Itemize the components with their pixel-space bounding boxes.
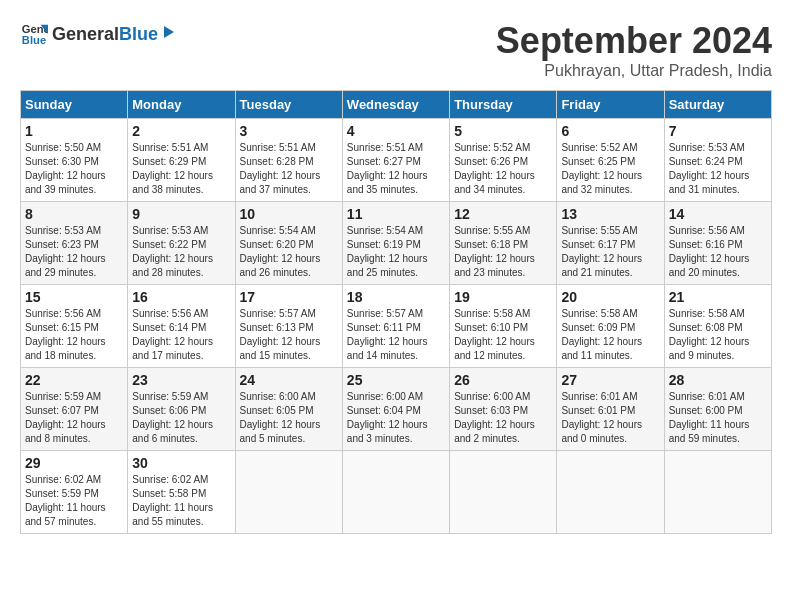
day-number: 27 — [561, 372, 659, 388]
weekday-header-tuesday: Tuesday — [235, 91, 342, 119]
weekday-header-friday: Friday — [557, 91, 664, 119]
calendar-cell: 10 Sunrise: 5:54 AM Sunset: 6:20 PM Dayl… — [235, 202, 342, 285]
day-number: 24 — [240, 372, 338, 388]
weekday-header-sunday: Sunday — [21, 91, 128, 119]
day-number: 14 — [669, 206, 767, 222]
day-number: 9 — [132, 206, 230, 222]
day-number: 22 — [25, 372, 123, 388]
calendar-cell: 27 Sunrise: 6:01 AM Sunset: 6:01 PM Dayl… — [557, 368, 664, 451]
calendar-table: SundayMondayTuesdayWednesdayThursdayFrid… — [20, 90, 772, 534]
calendar-cell: 4 Sunrise: 5:51 AM Sunset: 6:27 PM Dayli… — [342, 119, 449, 202]
day-info: Sunrise: 5:53 AM Sunset: 6:24 PM Dayligh… — [669, 141, 767, 197]
calendar-cell — [664, 451, 771, 534]
svg-marker-3 — [164, 26, 174, 38]
day-number: 17 — [240, 289, 338, 305]
day-number: 23 — [132, 372, 230, 388]
location-subtitle: Pukhrayan, Uttar Pradesh, India — [496, 62, 772, 80]
day-number: 15 — [25, 289, 123, 305]
calendar-cell: 20 Sunrise: 5:58 AM Sunset: 6:09 PM Dayl… — [557, 285, 664, 368]
calendar-cell: 6 Sunrise: 5:52 AM Sunset: 6:25 PM Dayli… — [557, 119, 664, 202]
day-info: Sunrise: 5:57 AM Sunset: 6:13 PM Dayligh… — [240, 307, 338, 363]
logo-icon: General Blue — [20, 20, 48, 48]
day-number: 8 — [25, 206, 123, 222]
day-number: 25 — [347, 372, 445, 388]
day-number: 21 — [669, 289, 767, 305]
calendar-cell: 7 Sunrise: 5:53 AM Sunset: 6:24 PM Dayli… — [664, 119, 771, 202]
calendar-cell — [450, 451, 557, 534]
day-number: 12 — [454, 206, 552, 222]
weekday-header-thursday: Thursday — [450, 91, 557, 119]
calendar-cell: 29 Sunrise: 6:02 AM Sunset: 5:59 PM Dayl… — [21, 451, 128, 534]
day-number: 11 — [347, 206, 445, 222]
day-info: Sunrise: 5:55 AM Sunset: 6:18 PM Dayligh… — [454, 224, 552, 280]
day-info: Sunrise: 5:51 AM Sunset: 6:27 PM Dayligh… — [347, 141, 445, 197]
svg-text:Blue: Blue — [22, 34, 46, 46]
day-info: Sunrise: 5:52 AM Sunset: 6:26 PM Dayligh… — [454, 141, 552, 197]
calendar-cell: 11 Sunrise: 5:54 AM Sunset: 6:19 PM Dayl… — [342, 202, 449, 285]
day-info: Sunrise: 5:54 AM Sunset: 6:20 PM Dayligh… — [240, 224, 338, 280]
calendar-cell: 22 Sunrise: 5:59 AM Sunset: 6:07 PM Dayl… — [21, 368, 128, 451]
day-info: Sunrise: 6:00 AM Sunset: 6:05 PM Dayligh… — [240, 390, 338, 446]
calendar-cell: 13 Sunrise: 5:55 AM Sunset: 6:17 PM Dayl… — [557, 202, 664, 285]
day-info: Sunrise: 5:59 AM Sunset: 6:07 PM Dayligh… — [25, 390, 123, 446]
logo: General Blue General Blue — [20, 20, 176, 48]
day-number: 5 — [454, 123, 552, 139]
day-number: 13 — [561, 206, 659, 222]
calendar-cell: 8 Sunrise: 5:53 AM Sunset: 6:23 PM Dayli… — [21, 202, 128, 285]
day-number: 18 — [347, 289, 445, 305]
calendar-cell: 28 Sunrise: 6:01 AM Sunset: 6:00 PM Dayl… — [664, 368, 771, 451]
day-number: 1 — [25, 123, 123, 139]
calendar-cell: 19 Sunrise: 5:58 AM Sunset: 6:10 PM Dayl… — [450, 285, 557, 368]
calendar-cell: 9 Sunrise: 5:53 AM Sunset: 6:22 PM Dayli… — [128, 202, 235, 285]
day-info: Sunrise: 5:56 AM Sunset: 6:15 PM Dayligh… — [25, 307, 123, 363]
day-info: Sunrise: 5:55 AM Sunset: 6:17 PM Dayligh… — [561, 224, 659, 280]
day-number: 7 — [669, 123, 767, 139]
day-info: Sunrise: 5:56 AM Sunset: 6:16 PM Dayligh… — [669, 224, 767, 280]
calendar-cell — [342, 451, 449, 534]
day-info: Sunrise: 6:02 AM Sunset: 5:58 PM Dayligh… — [132, 473, 230, 529]
calendar-cell: 17 Sunrise: 5:57 AM Sunset: 6:13 PM Dayl… — [235, 285, 342, 368]
calendar-week-row: 15 Sunrise: 5:56 AM Sunset: 6:15 PM Dayl… — [21, 285, 772, 368]
day-info: Sunrise: 6:01 AM Sunset: 6:01 PM Dayligh… — [561, 390, 659, 446]
day-info: Sunrise: 6:01 AM Sunset: 6:00 PM Dayligh… — [669, 390, 767, 446]
calendar-cell — [557, 451, 664, 534]
day-info: Sunrise: 5:59 AM Sunset: 6:06 PM Dayligh… — [132, 390, 230, 446]
logo-blue-text: Blue — [119, 24, 158, 45]
logo-general-text: General — [52, 24, 119, 45]
day-number: 6 — [561, 123, 659, 139]
day-number: 4 — [347, 123, 445, 139]
title-area: September 2024 Pukhrayan, Uttar Pradesh,… — [496, 20, 772, 80]
calendar-cell: 21 Sunrise: 5:58 AM Sunset: 6:08 PM Dayl… — [664, 285, 771, 368]
day-info: Sunrise: 5:56 AM Sunset: 6:14 PM Dayligh… — [132, 307, 230, 363]
day-number: 16 — [132, 289, 230, 305]
day-info: Sunrise: 5:58 AM Sunset: 6:09 PM Dayligh… — [561, 307, 659, 363]
calendar-cell: 25 Sunrise: 6:00 AM Sunset: 6:04 PM Dayl… — [342, 368, 449, 451]
calendar-cell — [235, 451, 342, 534]
day-info: Sunrise: 5:58 AM Sunset: 6:08 PM Dayligh… — [669, 307, 767, 363]
day-number: 10 — [240, 206, 338, 222]
calendar-cell: 16 Sunrise: 5:56 AM Sunset: 6:14 PM Dayl… — [128, 285, 235, 368]
calendar-cell: 18 Sunrise: 5:57 AM Sunset: 6:11 PM Dayl… — [342, 285, 449, 368]
calendar-week-row: 8 Sunrise: 5:53 AM Sunset: 6:23 PM Dayli… — [21, 202, 772, 285]
calendar-cell: 2 Sunrise: 5:51 AM Sunset: 6:29 PM Dayli… — [128, 119, 235, 202]
calendar-cell: 30 Sunrise: 6:02 AM Sunset: 5:58 PM Dayl… — [128, 451, 235, 534]
weekday-header-saturday: Saturday — [664, 91, 771, 119]
day-number: 19 — [454, 289, 552, 305]
calendar-cell: 23 Sunrise: 5:59 AM Sunset: 6:06 PM Dayl… — [128, 368, 235, 451]
day-info: Sunrise: 6:02 AM Sunset: 5:59 PM Dayligh… — [25, 473, 123, 529]
calendar-week-row: 29 Sunrise: 6:02 AM Sunset: 5:59 PM Dayl… — [21, 451, 772, 534]
weekday-header-wednesday: Wednesday — [342, 91, 449, 119]
day-info: Sunrise: 5:57 AM Sunset: 6:11 PM Dayligh… — [347, 307, 445, 363]
calendar-cell: 24 Sunrise: 6:00 AM Sunset: 6:05 PM Dayl… — [235, 368, 342, 451]
day-info: Sunrise: 5:58 AM Sunset: 6:10 PM Dayligh… — [454, 307, 552, 363]
day-info: Sunrise: 5:50 AM Sunset: 6:30 PM Dayligh… — [25, 141, 123, 197]
day-number: 2 — [132, 123, 230, 139]
calendar-week-row: 1 Sunrise: 5:50 AM Sunset: 6:30 PM Dayli… — [21, 119, 772, 202]
calendar-cell: 12 Sunrise: 5:55 AM Sunset: 6:18 PM Dayl… — [450, 202, 557, 285]
weekday-header-monday: Monday — [128, 91, 235, 119]
day-number: 20 — [561, 289, 659, 305]
calendar-cell: 14 Sunrise: 5:56 AM Sunset: 6:16 PM Dayl… — [664, 202, 771, 285]
day-number: 28 — [669, 372, 767, 388]
day-info: Sunrise: 5:51 AM Sunset: 6:28 PM Dayligh… — [240, 141, 338, 197]
calendar-cell: 3 Sunrise: 5:51 AM Sunset: 6:28 PM Dayli… — [235, 119, 342, 202]
